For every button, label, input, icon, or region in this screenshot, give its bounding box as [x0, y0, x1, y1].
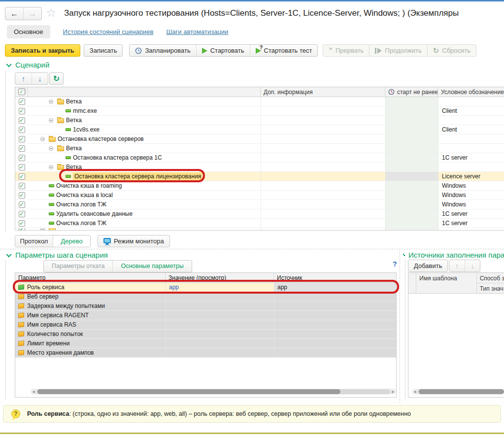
move-down-button[interactable]: ↓ [465, 260, 480, 271]
param-name-cell[interactable]: Задержка между попытками [15, 302, 166, 310]
row-checkbox[interactable]: ✓ [19, 220, 25, 227]
param-source-cell[interactable] [274, 348, 396, 357]
row-checkbox[interactable]: ✓ [19, 155, 25, 161]
vertical-splitter[interactable] [400, 250, 400, 403]
tree-cell[interactable]: Остановка кластера сервера лицензировани… [28, 172, 261, 181]
param-row[interactable]: Имя сервиса RAS [15, 320, 396, 330]
tree-cell[interactable]: Очистка логов ТЖ [28, 219, 261, 228]
step-params-table[interactable]: Параметр Значение (просмотр) Источник Ро… [15, 272, 397, 398]
tree-row[interactable]: ✓1cv8s.exeClient [15, 125, 504, 134]
tree-row[interactable]: ✓Остановка кластера сервера 1С1C server [15, 153, 504, 163]
param-row[interactable]: Лимит времени [15, 339, 396, 348]
header-start-cell[interactable]: старт не ранее… [385, 87, 438, 97]
param-value-cell[interactable] [166, 320, 274, 329]
row-checkbox[interactable]: ✓ [19, 136, 25, 142]
refresh-button[interactable]: ↻ [49, 72, 64, 85]
collapse-chevron-icon[interactable] [6, 61, 11, 67]
param-row[interactable]: Роль сервисаappapp [15, 283, 396, 292]
param-value-cell[interactable] [166, 330, 274, 338]
scenario-tree-table[interactable]: ✓ Доп. информация старт не ранее… Условн… [15, 87, 504, 231]
add-source-button[interactable]: Добавить [408, 260, 448, 272]
row-checkbox[interactable]: ✓ [19, 117, 25, 124]
row-checkbox[interactable]: ✓ [19, 201, 25, 208]
header-info-cell[interactable]: Доп. информация [261, 87, 385, 97]
row-checkbox[interactable]: ✓ [19, 164, 25, 170]
tree-cell[interactable]: Очистка кэша в roaming [28, 181, 261, 190]
param-row[interactable]: Место хранения дампов [15, 348, 396, 358]
param-row[interactable]: Количество попыток [15, 330, 396, 339]
scrollbar-thumb[interactable] [37, 389, 340, 394]
tree-cell[interactable]: Ветка [28, 144, 261, 153]
params-section-header[interactable]: Параметры шага сценария [7, 251, 108, 259]
param-value-cell[interactable] [166, 302, 274, 310]
tree-row[interactable]: ✓ [15, 228, 504, 231]
tree-row[interactable]: ✓Очистка кэша в localWindows [15, 191, 504, 200]
collapse-minus-icon[interactable] [49, 118, 57, 123]
param-source-cell[interactable] [274, 320, 396, 329]
tree-cell[interactable]: 1cv8s.exe [28, 125, 261, 134]
param-name-cell[interactable]: Имя сервиса RAGENT [15, 311, 166, 320]
collapse-chevron-icon[interactable] [6, 251, 11, 257]
tree-cell[interactable]: Очистка кэша в local [28, 191, 261, 200]
param-source-cell[interactable] [274, 292, 396, 301]
header-tree-cell[interactable] [28, 87, 261, 97]
start-button[interactable]: Стартовать [196, 45, 250, 56]
param-column-header[interactable]: Параметр [15, 273, 166, 282]
sources-section-header[interactable]: Источники заполнения параметров [403, 251, 504, 259]
multicheck-icon[interactable]: ✓ [18, 89, 25, 95]
collapse-chevron-icon[interactable] [403, 253, 405, 256]
param-name-cell[interactable]: Количество попыток [15, 330, 166, 338]
scrollbar-track[interactable] [36, 389, 390, 394]
move-up-button[interactable]: ↑ [449, 260, 465, 271]
param-name-cell[interactable]: Место хранения дампов [15, 348, 166, 357]
row-checkbox[interactable]: ✓ [19, 228, 25, 231]
value-type-column-header[interactable]: Тип знач [477, 283, 504, 293]
history-nav-buttons[interactable]: ← → [5, 7, 42, 20]
row-checkbox[interactable]: ✓ [19, 108, 25, 114]
tree-row[interactable]: ✓Ветка [15, 116, 504, 125]
tree-row[interactable]: ✓Остановка кластера сервера лицензирован… [15, 172, 504, 181]
fill-sources-table[interactable]: Имя шаблона Способ з Тип знач [408, 272, 504, 398]
back-button[interactable]: ← [5, 7, 23, 20]
tree-row[interactable]: ✓Ветка [15, 144, 504, 153]
scrollbar-thumb[interactable] [419, 389, 504, 394]
tree-row[interactable]: ✓Очистка кэша в roamingWindows [15, 181, 504, 191]
param-source-cell[interactable] [274, 330, 396, 338]
param-name-cell[interactable]: Роль сервиса [15, 283, 166, 292]
param-source-cell[interactable] [274, 339, 396, 348]
param-row[interactable]: Задержка между попытками [15, 302, 396, 311]
save-and-close-button[interactable]: Записать и закрыть [5, 44, 80, 57]
tree-cell[interactable]: Остановка кластеров серверов [28, 134, 261, 143]
row-checkbox[interactable]: ✓ [19, 211, 25, 217]
row-checkbox[interactable]: ✓ [19, 192, 25, 199]
collapse-minus-icon[interactable] [40, 137, 49, 141]
move-up-button[interactable]: ↑ [15, 73, 32, 84]
param-row[interactable]: Имя сервиса RAGENT [15, 311, 396, 320]
tree-cell[interactable]: Ветка [28, 163, 261, 171]
collapse-minus-icon[interactable] [40, 228, 49, 231]
param-name-cell[interactable]: Веб сервер [15, 292, 166, 301]
tree-cell[interactable]: Очистка логов ТЖ [28, 200, 261, 209]
tree-row[interactable]: ✓Остановка кластеров серверов [15, 134, 504, 144]
param-value-cell[interactable] [166, 348, 274, 357]
row-checkbox[interactable]: ✓ [19, 99, 25, 105]
tree-row[interactable]: ✓Очистка логов ТЖWindows [15, 200, 504, 209]
tree-row[interactable]: ✓Удалить сеансовые данные1C server [15, 209, 504, 219]
param-row[interactable]: Веб сервер [15, 292, 396, 302]
params-horizontal-scrollbar[interactable]: ◄ ► [31, 389, 396, 395]
scroll-left-icon[interactable]: ◄ [412, 389, 418, 395]
save-button[interactable]: Записать [84, 44, 123, 57]
header-multicheck-cell[interactable]: ✓ [15, 87, 28, 97]
param-name-cell[interactable]: Лимит времени [15, 339, 166, 348]
source-column-header[interactable]: Источник [274, 273, 396, 282]
sources-horizontal-scrollbar[interactable]: ◄ [412, 389, 504, 395]
row-checkbox[interactable]: ✓ [19, 145, 25, 152]
favorite-star-icon[interactable]: ☆ [46, 5, 57, 20]
start-test-button[interactable]: ? Стартовать тест [250, 45, 318, 56]
tab-scenario-history[interactable]: История состояний сценариев [63, 28, 154, 35]
scroll-left-icon[interactable]: ◄ [31, 389, 36, 395]
scroll-right-icon[interactable]: ► [390, 389, 396, 395]
help-link[interactable]: ? [393, 260, 397, 268]
tree-cell[interactable] [28, 228, 261, 231]
schedule-button[interactable]: Запланировать [130, 45, 196, 56]
